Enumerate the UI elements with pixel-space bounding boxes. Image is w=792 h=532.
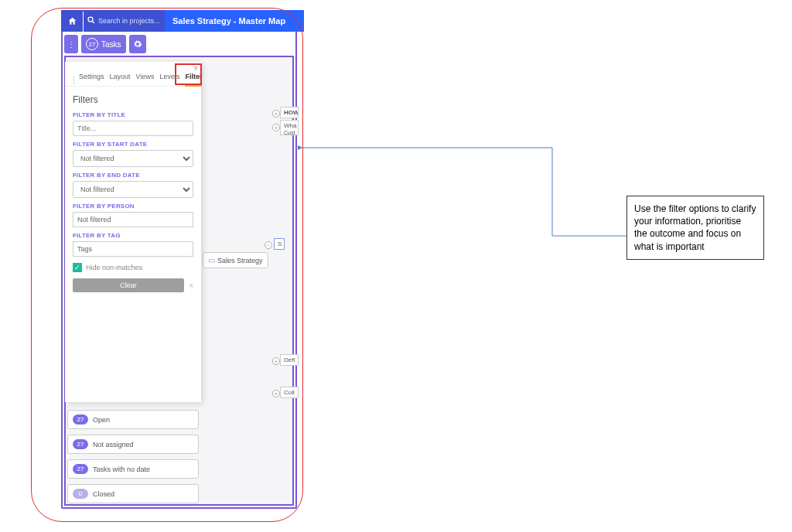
filter-title-input[interactable] <box>73 121 193 136</box>
gear-icon[interactable] <box>129 35 146 53</box>
tab-layout[interactable]: Layout <box>110 73 131 86</box>
tasks-label: Tasks <box>101 40 121 49</box>
task-item-label: Open <box>93 416 110 424</box>
node-toggle-icon[interactable]: + <box>272 357 280 365</box>
node-toggle-icon[interactable]: + <box>272 124 280 131</box>
task-item-label: Tasks with no date <box>93 466 150 473</box>
hide-nonmatch-row[interactable]: ✓ Hide non-matches <box>73 263 193 272</box>
search-input[interactable] <box>98 17 160 25</box>
task-count-badge: 27 <box>86 38 98 50</box>
task-item-label: Not assigned <box>93 441 134 448</box>
checkbox-checked-icon[interactable]: ✓ <box>73 263 82 272</box>
project-title[interactable]: Sales Strategy - Master Map <box>165 10 304 32</box>
task-summary-item[interactable]: 27 Open <box>67 410 199 429</box>
filter-start-select[interactable]: Not filtered <box>73 150 193 167</box>
mindmap-root-node[interactable]: ▭ Sales Strategy <box>203 252 268 268</box>
node-toggle-icon[interactable]: + <box>272 110 280 118</box>
node-toggle-icon[interactable]: + <box>272 390 280 397</box>
svg-line-1 <box>93 22 95 24</box>
chat-icon: ▭ <box>208 256 215 264</box>
root-label: Sales Strategy <box>217 257 263 264</box>
tab-filter[interactable]: Filter <box>185 73 202 87</box>
filter-tag-input[interactable]: Tags <box>73 241 193 257</box>
count-pill: 27 <box>73 439 88 449</box>
node-label: Wha <box>284 122 296 129</box>
node-label: Cust <box>284 130 295 135</box>
clear-x-icon[interactable]: × <box>189 281 193 290</box>
tab-views[interactable]: Views <box>136 73 155 86</box>
drag-dots-icon[interactable]: ⋮ <box>70 76 78 86</box>
tab-levels[interactable]: Levels <box>159 73 179 86</box>
panel-body: Filters FILTER BY TITLE FILTER BY START … <box>65 87 201 297</box>
menu-dots-icon[interactable]: ⋮ <box>64 35 78 53</box>
filter-end-label: FILTER BY END DATE <box>73 172 193 179</box>
panel-tabs: Settings Layout Views Levels Filter <box>65 62 201 87</box>
filter-title-label: FILTER BY TITLE <box>73 111 193 118</box>
count-pill: 27 <box>73 464 88 474</box>
task-summary-item[interactable]: 0 Closed <box>67 484 199 503</box>
tasks-pill-button[interactable]: 27 Tasks <box>81 35 126 53</box>
task-summary-list: 27 Open 27 Not assigned 27 Tasks with no… <box>67 410 199 509</box>
annotation-arrow <box>297 143 630 244</box>
title-bar: Sales Strategy - Master Map <box>61 10 304 32</box>
count-pill: 27 <box>73 414 88 425</box>
filter-person-label: FILTER BY PERSON <box>73 203 193 210</box>
filter-start-label: FILTER BY START DATE <box>73 141 193 148</box>
home-icon[interactable] <box>61 10 83 32</box>
count-pill: 0 <box>73 489 88 499</box>
toolbar: ⋮ 27 Tasks <box>64 35 146 53</box>
mindmap-node[interactable]: S <box>274 238 285 250</box>
panel-title: Filters <box>73 94 193 105</box>
clear-button[interactable]: Clear <box>73 278 184 292</box>
filter-panel: × ⋮ Settings Layout Views Levels Filter … <box>65 62 201 402</box>
clear-row: Clear × <box>73 278 193 292</box>
filter-tag-label: FILTER BY TAG <box>73 232 193 239</box>
filter-end-select[interactable]: Not filtered <box>73 181 193 198</box>
mindmap-node[interactable]: HOW <box>280 107 299 118</box>
mindmap-node[interactable]: Coll <box>280 387 299 398</box>
mindmap-node[interactable]: Wha Cust <box>280 120 299 135</box>
task-summary-item[interactable]: 27 Tasks with no date <box>67 459 199 479</box>
annotation-text: Use the filter options to clarify your i… <box>626 196 764 260</box>
search-icon <box>87 14 96 28</box>
search-bar <box>84 10 165 32</box>
mindmap: ▭ Sales Strategy + HOW + Wha Cust S − + … <box>203 62 295 418</box>
node-toggle-icon[interactable]: − <box>265 241 272 249</box>
task-item-label: Closed <box>93 490 114 498</box>
close-icon[interactable]: × <box>193 64 198 73</box>
filter-person-input[interactable]: Not filtered <box>73 212 193 227</box>
task-summary-item[interactable]: 27 Not assigned <box>67 435 199 454</box>
mindmap-node[interactable]: Defi <box>280 354 299 366</box>
hide-nonmatch-label: Hide non-matches <box>86 264 142 271</box>
svg-point-0 <box>88 17 93 22</box>
tab-settings[interactable]: Settings <box>79 73 104 86</box>
